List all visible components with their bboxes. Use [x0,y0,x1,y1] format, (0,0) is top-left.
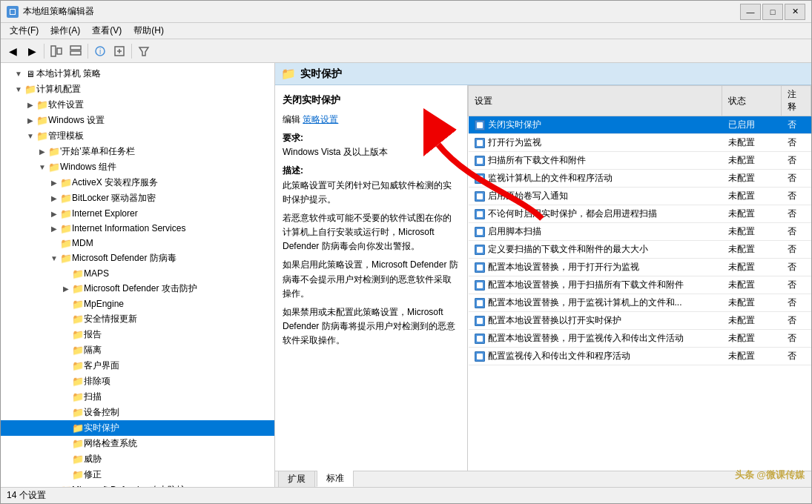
expand-icon-start: ▶ [36,146,48,158]
table-row[interactable]: 配置本地设置替换，用于扫描所有下载文件和附件未配置否 [469,276,811,294]
back-button[interactable]: ◀ [4,42,22,60]
desc-text1: 此策略设置可关闭针对已知威软件检测的实时保护提示。 [283,180,452,205]
tree-item-remediation[interactable]: 📁 修正 [1,467,274,483]
edit-label: 编辑 [283,114,300,125]
table-cell-status: 已启用 [722,116,782,134]
table-cell-status: 未配置 [722,223,782,241]
tab-standard[interactable]: 标准 [317,470,354,487]
tree-item-quarantine[interactable]: 📁 隔离 [1,342,274,358]
policy-icon [475,191,485,202]
folder-icon-netinsp: 📁 [72,438,84,450]
tab-expand[interactable]: 扩展 [278,471,315,487]
tree-item-scan[interactable]: 📁 扫描 [1,389,274,405]
tree-item-attack-protection-sub[interactable]: ▶ 📁 Microsoft Defender 攻击防护 [1,281,274,296]
tree-item-report[interactable]: 📁 报告 [1,327,274,342]
table-row[interactable]: 配置本地设置替换，用于打开行为监视未配置否 [469,259,811,276]
close-button[interactable]: ✕ [785,4,805,20]
tree-label-win-components: Windows 组件 [60,161,116,173]
window-title: 本地组策略编辑器 [23,5,94,18]
menu-view[interactable]: 查看(V) [86,23,128,39]
table-cell-name: 启用脚本扫描 [469,223,722,241]
tree-item-maps[interactable]: 📁 MAPS [1,266,274,281]
tree-label-report: 报告 [84,328,102,341]
show-hide-button[interactable] [47,42,65,60]
tree-panel[interactable]: ▼ 🖥 本地计算机 策略 ▼ 📁 计算机配置 ▶ 📁 软件设置 [1,63,275,487]
tree-item-root[interactable]: ▼ 🖥 本地计算机 策略 [1,66,274,82]
table-cell-status: 未配置 [722,241,782,259]
tree-item-bitlocker[interactable]: ▶ 📁 BitLocker 驱动器加密 [1,190,274,206]
desc-description-section: 描述: 此策略设置可关闭针对已知威软件检测的实时保护提示。 [283,164,460,207]
policy-link[interactable]: 策略设置 [303,114,338,125]
tree-item-exclusions[interactable]: 📁 排除项 [1,374,274,389]
table-cell-name: 定义要扫描的下载文件和附件的最大大小 [469,241,722,259]
filter-button[interactable] [135,42,153,60]
folder-icon-excl: 📁 [72,376,84,388]
table-row[interactable]: 配置监视传入和传出文件和程序活动未配置否 [469,348,811,365]
table-row[interactable]: 监视计算机上的文件和程序活动未配置否 [469,170,811,188]
menu-action[interactable]: 操作(A) [44,23,86,39]
folder-icon-bitlocker: 📁 [60,193,72,205]
tree-item-defender[interactable]: ▼ 📁 Microsoft Defender 防病毒 [1,251,274,266]
policy-icon [475,262,485,273]
tree-item-client-ui[interactable]: 📁 客户界面 [1,358,274,374]
tab-bar: 扩展 标准 [275,471,811,487]
tree-item-mdm[interactable]: 📁 MDM [1,236,274,251]
maximize-button[interactable]: □ [762,4,783,20]
table-cell-name: 配置监视传入和传出文件和程序活动 [469,348,722,365]
table-row[interactable]: 配置本地设置替换，用于监视计算机上的文件和...未配置否 [469,294,811,312]
tree-item-realtime-protection[interactable]: 📁 实时保护 [1,420,274,436]
folder-icon-clientui: 📁 [72,360,84,372]
tree-item-software[interactable]: ▶ 📁 软件设置 [1,97,274,113]
tree-item-windows-settings[interactable]: ▶ 📁 Windows 设置 [1,113,274,128]
folder-icon-remed: 📁 [72,469,84,481]
table-row[interactable]: 不论何时启用实时保护，都会启用进程扫描未配置否 [469,205,811,223]
tree-item-device-control[interactable]: 📁 设备控制 [1,405,274,420]
table-row[interactable]: 打开行为监视未配置否 [469,134,811,152]
forward-button[interactable]: ▶ [23,42,41,60]
expand-icon-threats [60,454,72,465]
table-cell-comment: 否 [782,276,811,294]
tree-item-network-inspect[interactable]: 📁 网络检查系统 [1,436,274,451]
requirements-label: 要求: [283,133,303,143]
expand-icon-software: ▶ [24,99,36,111]
right-panel: 📁 实时保护 关闭实时保护 编辑 策略设置 要求: Windows Vista … [275,63,811,487]
desc-text2: 若恶意软件或可能不受要的软件试图在你的计算机上自行安装或运行时，Microsof… [283,213,452,251]
browse-button[interactable]: i [91,42,109,60]
table-cell-status: 未配置 [722,294,782,312]
menu-file[interactable]: 文件(F) [4,23,44,39]
menu-help[interactable]: 帮助(H) [128,23,170,39]
export-button[interactable] [110,42,128,60]
table-row[interactable]: 扫描所有下载文件和附件未配置否 [469,152,811,170]
table-cell-comment: 否 [782,170,811,188]
table-row[interactable]: 定义要扫描的下载文件和附件的最大大小未配置否 [469,241,811,259]
table-row[interactable]: 关闭实时保护已启用否 [469,116,811,134]
toolbar-separator-1 [44,44,44,59]
folder-icon-admin: 📁 [36,130,48,142]
tree-item-computer-config[interactable]: ▼ 📁 计算机配置 [1,82,274,97]
view-button[interactable] [67,42,85,60]
policy-icon [475,138,485,148]
tree-label-maps: MAPS [84,268,109,279]
table-row[interactable]: 启用原始卷写入通知未配置否 [469,188,811,205]
tree-item-threats[interactable]: 📁 威胁 [1,451,274,467]
folder-icon-scan: 📁 [72,391,84,403]
tree-item-activex[interactable]: ▶ 📁 ActiveX 安装程序服务 [1,175,274,190]
table-cell-comment: 否 [782,330,811,348]
tree-item-admin-templates[interactable]: ▼ 📁 管理模板 [1,128,274,144]
table-row[interactable]: 启用脚本扫描未配置否 [469,223,811,241]
tree-item-win-components[interactable]: ▼ 📁 Windows 组件 [1,159,274,175]
description-panel: 关闭实时保护 编辑 策略设置 要求: Windows Vista 及以上版本 描… [275,85,468,471]
table-cell-name: 配置本地设置替换，用于扫描所有下载文件和附件 [469,276,722,294]
folder-icon-secint: 📁 [72,314,84,325]
tree-item-security-intel[interactable]: 📁 安全情报更新 [1,311,274,327]
table-cell-comment: 否 [782,116,811,134]
col-status: 状态 [722,86,782,116]
tree-item-iis[interactable]: ▶ 📁 Internet Information Services [1,221,274,236]
tree-item-start-menu[interactable]: ▶ 📁 '开始'菜单和任务栏 [1,144,274,159]
tree-item-mpengine[interactable]: 📁 MpEngine [1,296,274,311]
panel-header: 📁 实时保护 [275,63,811,85]
table-row[interactable]: 配置本地设置替换以打开实时保护未配置否 [469,312,811,330]
tree-item-ie[interactable]: ▶ 📁 Internet Explorer [1,206,274,221]
minimize-button[interactable]: — [740,4,761,20]
table-row[interactable]: 配置本地设置替换，用于监视传入和传出文件活动未配置否 [469,330,811,348]
